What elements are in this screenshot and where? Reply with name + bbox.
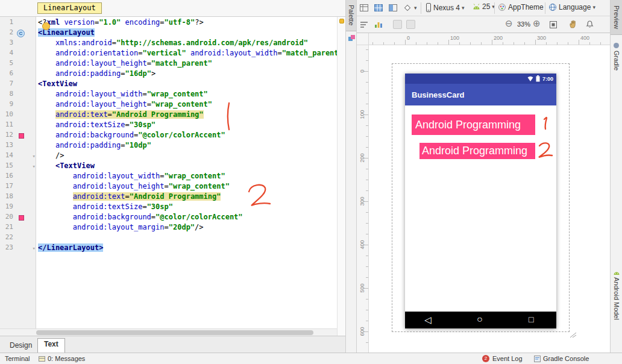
ruler-number: 0 [359, 63, 365, 79]
event-log-button[interactable]: Event Log [492, 355, 523, 362]
code-line[interactable]: 2C<LinearLayout [0, 28, 337, 39]
gutter[interactable]: ▾ [16, 162, 36, 172]
tab-palette[interactable]: Palette [346, 0, 356, 31]
notifications-button[interactable] [586, 20, 594, 29]
code-line[interactable]: 21 android:layout_margin="20dp"/> [0, 223, 337, 233]
code-line[interactable]: 19 android:textSize="30sp" [0, 202, 337, 213]
color-swatch-gutter-icon[interactable] [19, 133, 24, 139]
code-line[interactable]: 14▾ /> [0, 151, 337, 162]
fold-marker-icon[interactable]: ▾ [33, 162, 36, 172]
code-line[interactable]: 11 android:textSize="30sp" [0, 121, 337, 131]
gutter[interactable]: ▾ [16, 243, 36, 254]
split-view-button[interactable] [388, 3, 398, 13]
code-line[interactable]: 9 android:layout_height="wrap_content" [0, 100, 337, 110]
code-line[interactable]: 17 android:layout_height="wrap_content" [0, 182, 337, 192]
code-line[interactable]: 13 android:padding="10dp" [0, 141, 337, 151]
textview-label-2[interactable]: Android Programming [419, 143, 535, 159]
sort-lines-button[interactable] [359, 20, 369, 29]
messages-button[interactable]: 0: Messages [48, 355, 85, 362]
gutter[interactable] [16, 233, 36, 243]
gutter[interactable] [16, 49, 36, 59]
grid-view-button[interactable] [374, 3, 383, 13]
zoom-fit-icon [548, 20, 558, 30]
gutter[interactable] [16, 100, 36, 110]
app-title: BusinessCard [412, 90, 464, 99]
zoom-in-button[interactable]: ⊕ [533, 19, 541, 28]
gutter[interactable]: ▾ [16, 151, 36, 162]
code-line[interactable]: 22 [0, 233, 337, 243]
gutter[interactable] [16, 39, 36, 49]
code-line[interactable]: 3 xmlns:android="http://schemas.android.… [0, 39, 337, 49]
code-line[interactable]: 5 android:layout_height="match_parent" [0, 59, 337, 69]
code-text: android:layout_width="wrap_content" [38, 172, 225, 182]
tab-text[interactable]: Text [37, 338, 65, 353]
scrollbar-thumb[interactable] [36, 330, 313, 335]
gutter[interactable] [16, 141, 36, 151]
language-selector[interactable]: Language ▾ [548, 3, 595, 11]
terminal-button[interactable]: Terminal [5, 355, 30, 362]
gutter[interactable] [16, 90, 36, 100]
device-selector[interactable]: Nexus 4 ▾ [426, 2, 465, 13]
gutter[interactable] [16, 192, 36, 202]
intention-bulb-icon[interactable] [42, 22, 50, 30]
theme-selector[interactable]: AppTheme [498, 3, 544, 11]
event-log-badge: 2 [482, 355, 489, 362]
code-text: <?xml version="1.0" encoding="utf-8"?> [38, 18, 204, 28]
gutter[interactable] [16, 110, 36, 121]
code-line[interactable]: 1<?xml version="1.0" encoding="utf-8"?> [0, 18, 337, 28]
zoom-out-button[interactable]: ⊖ [505, 19, 513, 28]
gutter[interactable] [16, 172, 36, 182]
code-text: android:orientation="vertical" android:l… [38, 49, 343, 59]
disabled-button-1[interactable] [393, 20, 402, 29]
gutter[interactable] [16, 131, 36, 141]
disabled-button-2[interactable] [406, 20, 415, 29]
variants-button[interactable]: ▾ [403, 3, 417, 13]
gradle-console-button[interactable]: Gradle Console [543, 355, 589, 362]
code-line[interactable]: 12 android:background="@color/colorAccen… [0, 131, 337, 141]
code-line[interactable]: 7<TextView [0, 80, 337, 90]
warning-marker-icon[interactable] [339, 19, 344, 24]
code-line[interactable]: 4 android:orientation="vertical" android… [0, 49, 337, 59]
component-gutter-icon[interactable]: C [17, 30, 25, 37]
pan-button[interactable] [569, 19, 577, 29]
error-stripe[interactable] [337, 17, 345, 336]
design-canvas[interactable]: 7:00 BusinessCard Android Programming An… [369, 45, 610, 353]
code-text: android:layout_height="match_parent" [38, 59, 212, 69]
code-line[interactable]: 23▾</LinearLayout> [0, 243, 337, 254]
tab-android-model[interactable]: Android Model [611, 268, 622, 334]
code-line[interactable]: 6 android:padding="16dp"> [0, 69, 337, 80]
render-stats-button[interactable] [374, 20, 383, 29]
api-level-selector[interactable]: 25 ▾ [473, 2, 495, 11]
tab-gradle[interactable]: Gradle [611, 40, 622, 80]
gutter[interactable] [16, 202, 36, 213]
console-icon [534, 356, 541, 362]
breadcrumb-bar: LinearLayout [0, 0, 345, 17]
gutter[interactable] [16, 213, 36, 223]
gutter[interactable] [16, 223, 36, 233]
tab-preview-toolwindow[interactable]: Preview [611, 0, 622, 35]
code-line[interactable]: 8 android:layout_width="wrap_content" [0, 90, 337, 100]
code-line[interactable]: 20 android:background="@color/colorAccen… [0, 213, 337, 223]
code-line[interactable]: 16 android:layout_width="wrap_content" [0, 172, 337, 182]
code-line[interactable]: 15▾ <TextView [0, 162, 337, 172]
gutter[interactable] [16, 18, 36, 28]
table-view-button[interactable] [359, 3, 369, 13]
fold-marker-icon[interactable]: ▾ [33, 243, 36, 254]
breadcrumb[interactable]: LinearLayout [37, 2, 102, 14]
code-line[interactable]: 10 android:text="Android Programming" [0, 110, 337, 121]
fold-marker-icon[interactable]: ▾ [33, 151, 36, 162]
gutter[interactable] [16, 80, 36, 90]
gutter[interactable] [16, 69, 36, 80]
color-swatch-gutter-icon[interactable] [19, 215, 24, 221]
gutter[interactable]: C [16, 28, 36, 39]
horizontal-scrollbar[interactable] [0, 328, 337, 336]
textview-label-1[interactable]: Android Programming [412, 115, 535, 135]
code-line[interactable]: 18 android:text="Android Programming" [0, 192, 337, 202]
zoom-fit-button[interactable] [548, 20, 558, 30]
tab-design[interactable]: Design [4, 340, 38, 351]
resize-handle[interactable] [569, 331, 577, 338]
gutter[interactable] [16, 182, 36, 192]
gutter[interactable] [16, 121, 36, 131]
gutter[interactable] [16, 59, 36, 69]
code-lines[interactable]: 1<?xml version="1.0" encoding="utf-8"?>2… [0, 18, 337, 254]
